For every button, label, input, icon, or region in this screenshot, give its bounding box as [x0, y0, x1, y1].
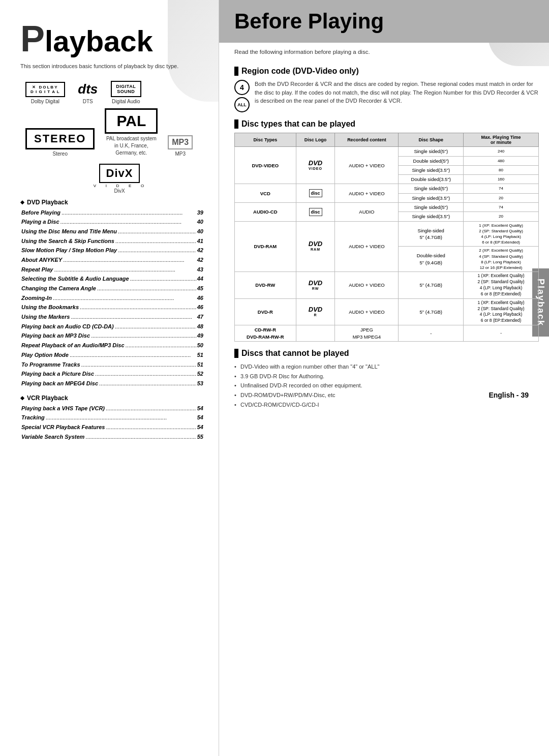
shape-cell: Single sided(5"): [399, 203, 464, 212]
time-cell: 480: [464, 156, 539, 165]
toc-dvd-header: DVD Playback: [20, 199, 203, 206]
logos-row-1: ✕ DOLBY D I G I T A L Dolby Digital dts …: [25, 81, 203, 104]
cannot-play-item: CVD/CD-ROM/CDV/CD-G/CD-I: [234, 400, 539, 410]
time-cell: 20: [464, 193, 539, 202]
right-column: Before Playing Read the following inform…: [219, 0, 549, 756]
dolby-logo-item: ✕ DOLBY D I G I T A L Dolby Digital: [25, 82, 65, 104]
region-badge-all: ALL: [234, 97, 250, 112]
shape-cell: Single sided(3.5"): [399, 212, 464, 221]
stereo-logo: STEREO: [25, 128, 95, 149]
toc-item: Changing the Camera Angle45: [20, 284, 203, 293]
toc-item: Using the Bookmarks46: [20, 303, 203, 312]
disc-logo-cell: disc: [296, 203, 335, 222]
table-row: AUDIO-CDdiscAUDIOSingle sided(5")74: [235, 203, 539, 212]
digital-sound-logo-item: DIGITAL SOUND Digital Audio: [111, 81, 141, 104]
shape-cell: Single sided(3.5"): [399, 193, 464, 202]
dts-logo: dts: [75, 81, 101, 97]
table-row: DVD-RAMDVDRAMAUDIO + VIDEOSingle-sided5"…: [235, 221, 539, 247]
time-cell: 1 (XP: Excellent Quality)2 (SP: Standard…: [464, 221, 539, 247]
read-note: Read the following information before pl…: [234, 48, 539, 56]
region-icons: 4 ALL: [234, 80, 250, 112]
table-row: CD-RW-RDVD-RAM-RW-RJPEGMP3 MPEG4--: [235, 325, 539, 342]
toc-item: Repeat Play43: [20, 265, 203, 275]
time-cell: 74: [464, 184, 539, 193]
disc-types-table: Disc Types Disc Logo Recorded content Di…: [234, 133, 539, 342]
cannot-play-item: 3.9 GB DVD-R Disc for Authoring.: [234, 372, 539, 381]
shape-cell: Double sided(5"): [399, 156, 464, 165]
disc-type-cell: CD-RW-RDVD-RAM-RW-R: [235, 325, 296, 342]
toc-item: Before Playing39: [20, 208, 203, 218]
time-cell: 20: [464, 212, 539, 221]
region-code-heading: Region code (DVD-Video only): [234, 67, 539, 76]
content-cell: AUDIO + VIDEO: [335, 147, 399, 184]
mp3-logo: MP3: [168, 135, 193, 149]
toc-item: Playing back an MP3 Disc49: [20, 331, 203, 341]
toc-item: Playing back an MPEG4 Disc53: [20, 379, 203, 388]
pal-logo-item: PAL PAL broadcast systemin U.K, France,G…: [105, 108, 158, 157]
shape-cell: Single-sided5" (4.7GB): [399, 221, 464, 247]
dts-caption: DTS: [83, 99, 93, 104]
toc-dvd-section: DVD Playback Before Playing39Playing a D…: [20, 199, 203, 388]
time-cell: 2 (XP: Excellent Quality)4 (SP: Standard…: [464, 247, 539, 272]
disc-type-cell: DVD-R: [235, 298, 296, 325]
toc-item: Using the Markers47: [20, 312, 203, 322]
content-cell: AUDIO + VIDEO: [335, 272, 399, 299]
toc-vcr-header: VCR Playback: [20, 395, 203, 402]
content-cell: AUDIO + VIDEO: [335, 184, 399, 203]
cannot-play-item: Unfinalised DVD-R recorded on other equi…: [234, 381, 539, 390]
shape-cell: Double sided(3.5"): [399, 175, 464, 184]
disc-types-heading: Disc types that can be played: [234, 119, 539, 129]
divx-caption: DivX: [114, 188, 125, 194]
table-row: DVD-VIDEODVDVIDEOAUDIO + VIDEOSingle sid…: [235, 147, 539, 156]
col-disc-types: Disc Types: [235, 133, 296, 147]
content-cell: JPEGMP3 MPEG4: [335, 325, 399, 342]
toc-item: Using the Search & Skip Functions41: [20, 236, 203, 246]
left-column: Playback This section introduces basic f…: [0, 0, 219, 756]
col-disc-shape: Disc Shape: [399, 133, 464, 147]
table-row: DVD-RDVDRAUDIO + VIDEO5" (4.7GB)1 (XP: E…: [235, 298, 539, 325]
col-max-time: Max. Playing Timeor minute: [464, 133, 539, 147]
toc-item: Variable Search System55: [20, 432, 203, 442]
disc-logo-cell: DVDR: [296, 298, 335, 325]
table-row: DVD-RWDVDRWAUDIO + VIDEO5" (4.7GB)1 (XP:…: [235, 272, 539, 299]
toc-item: Tracking54: [20, 413, 203, 422]
before-playing-title: Before Playing: [234, 9, 539, 34]
pal-logo: PAL: [105, 108, 158, 134]
toc-item: Playing a Disc40: [20, 217, 203, 227]
disc-table-body: DVD-VIDEODVDVIDEOAUDIO + VIDEOSingle sid…: [235, 147, 539, 342]
table-row: VCDdiscAUDIO + VIDEOSingle sided(5")74: [235, 184, 539, 193]
region-description: Both the DVD Recorder & VCR and the disc…: [255, 80, 539, 105]
cannot-play-heading: Discs that cannot be played: [234, 349, 539, 358]
time-cell: 240: [464, 147, 539, 156]
left-intro-text: This section introduces basic functions …: [20, 62, 203, 71]
disc-logo-cell: disc: [296, 184, 335, 203]
before-playing-header: Before Playing: [219, 0, 549, 43]
toc-item: Play Option Mode51: [20, 350, 203, 360]
stereo-logo-item: STEREO Stereo: [25, 128, 95, 157]
col-recorded-content: Recorded content: [335, 133, 399, 147]
disc-type-cell: AUDIO-CD: [235, 203, 296, 222]
shape-cell: Single sided(5"): [399, 184, 464, 193]
time-cell: 74: [464, 203, 539, 212]
divx-logo: DivX: [99, 164, 140, 183]
big-p: P: [20, 18, 45, 59]
time-cell: 80: [464, 165, 539, 174]
col-disc-logo: Disc Logo: [296, 133, 335, 147]
time-cell: 1 (XP: Excellent Quality)2 (SP: Standard…: [464, 272, 539, 299]
dolby-caption: Dolby Digital: [31, 99, 59, 104]
disc-logo-cell: DVDRW: [296, 272, 335, 299]
toc-item: Using the Disc Menu and Title Menu40: [20, 227, 203, 236]
dolby-logo: ✕ DOLBY D I G I T A L: [25, 82, 65, 97]
dts-logo-item: dts DTS: [75, 81, 101, 104]
shape-cell: -: [399, 325, 464, 342]
time-cell: -: [464, 325, 539, 342]
logos-row-2: STEREO Stereo PAL PAL broadcast systemin…: [25, 108, 203, 157]
toc-item: Playing back a VHS Tape (VCR)54: [20, 404, 203, 413]
disc-logo-cell: DVDRAM: [296, 221, 335, 272]
toc-item: Slow Motion Play / Step Motion Play42: [20, 246, 203, 255]
shape-cell: Double-sided5" (9.4GB): [399, 247, 464, 272]
toc-vcr-items: Playing back a VHS Tape (VCR)54Tracking5…: [20, 404, 203, 442]
disc-logo-cell: [296, 325, 335, 342]
content-cell: AUDIO: [335, 203, 399, 222]
cannot-play-item: DVD-Video with a region number other tha…: [234, 362, 539, 372]
